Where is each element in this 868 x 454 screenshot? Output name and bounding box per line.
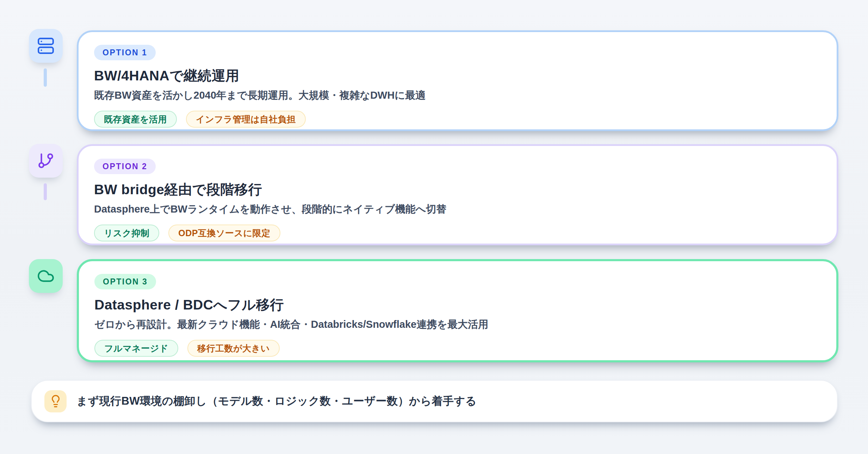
recommendation-note: まず現行BW環境の棚卸し（モデル数・ロジック数・ユーザー数）から着手する (31, 380, 838, 422)
option-1-title: BW/4HANAで継続運用 (94, 67, 821, 85)
cloud-icon (29, 259, 63, 293)
option-3-tags: フルマネージド 移行工数が大きい (94, 340, 821, 357)
option-card-3[interactable]: OPTION 3 Datasphere / BDCへフル移行 ゼロから再設計。最… (77, 259, 838, 362)
option-2-description: Datasphere上でBWランタイムを動作させ、段階的にネイティブ機能へ切替 (94, 203, 821, 215)
option-2-badge: OPTION 2 (94, 159, 156, 174)
options-diagram: OPTION 1 BW/4HANAで継続運用 既存BW資産を活かし2040年まで… (0, 0, 868, 454)
rail-connector-1 (44, 68, 47, 87)
option-2-tags: リスク抑制 ODP互換ソースに限定 (94, 225, 821, 241)
option-3-badge: OPTION 3 (94, 274, 156, 289)
tag-caution: インフラ管理は自社負担 (186, 111, 305, 128)
option-3-description: ゼロから再設計。最新クラウド機能・AI統合・Databricks/Snowfla… (94, 318, 821, 331)
tag-positive: 既存資産を活用 (94, 111, 177, 128)
option-card-1[interactable]: OPTION 1 BW/4HANAで継続運用 既存BW資産を活かし2040年まで… (77, 30, 838, 131)
tag-caution: ODP互換ソースに限定 (168, 225, 280, 241)
server-icon (29, 29, 63, 63)
option-3-title: Datasphere / BDCへフル移行 (94, 296, 821, 314)
option-1-badge: OPTION 1 (94, 45, 156, 60)
tag-caution: 移行工数が大きい (187, 340, 280, 357)
rail-connector-2 (44, 183, 47, 200)
option-1-tags: 既存資産を活用 インフラ管理は自社負担 (94, 111, 821, 128)
option-2-title: BW bridge経由で段階移行 (94, 181, 821, 198)
git-branch-icon (29, 144, 63, 178)
option-card-2[interactable]: OPTION 2 BW bridge経由で段階移行 Datasphere上でBW… (77, 144, 838, 245)
option-1-description: 既存BW資産を活かし2040年まで長期運用。大規模・複雑なDWHに最適 (94, 89, 821, 102)
tag-positive: フルマネージド (94, 340, 178, 357)
tag-positive: リスク抑制 (94, 225, 159, 241)
lightbulb-icon (44, 390, 67, 412)
note-text: まず現行BW環境の棚卸し（モデル数・ロジック数・ユーザー数）から着手する (76, 394, 477, 409)
